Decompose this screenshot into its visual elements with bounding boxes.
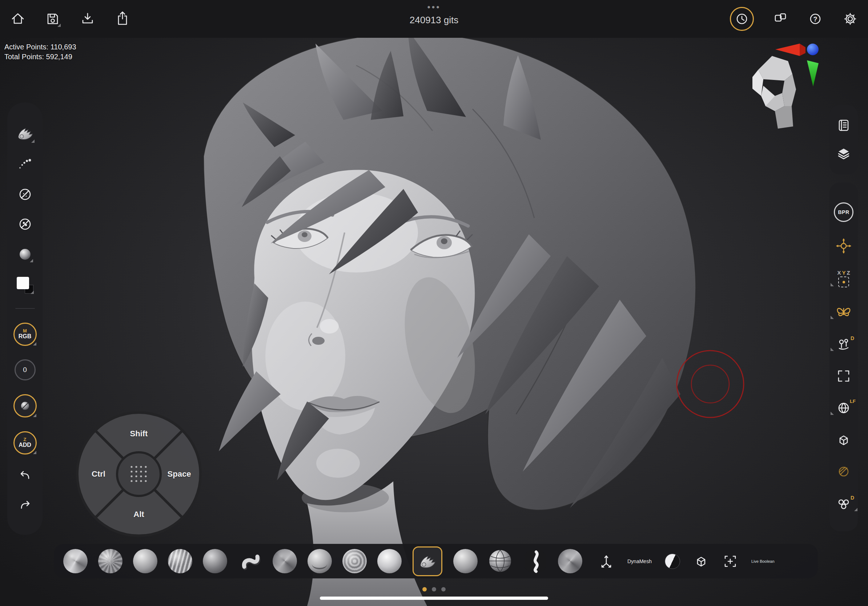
texture-button[interactable]	[17, 216, 33, 232]
solo-sphere-icon	[835, 464, 852, 479]
pie-label-space: Space	[167, 469, 191, 479]
home-indicator[interactable]	[320, 597, 548, 600]
x-axis-cone[interactable]	[775, 43, 800, 56]
current-brush-button[interactable]	[15, 124, 35, 143]
gizmo-button[interactable]	[829, 238, 858, 254]
top-bar-right: ?	[730, 7, 859, 31]
mirror-symmetry-button[interactable]	[829, 303, 858, 320]
brush-thumb[interactable]	[238, 549, 262, 573]
layers-button[interactable]	[829, 146, 858, 162]
page-dot-2[interactable]	[432, 587, 436, 592]
layout-icon	[772, 11, 788, 27]
live-boolean-button[interactable]: Live Boolean	[751, 559, 775, 563]
redo-icon	[17, 498, 33, 514]
home-button[interactable]	[9, 11, 26, 27]
brush-thumb[interactable]	[133, 549, 157, 573]
selection-frame-button[interactable]	[722, 553, 738, 569]
document-title: 240913 gits	[410, 14, 458, 26]
material-button[interactable]	[17, 246, 33, 263]
x-axis-cone-cap	[800, 43, 806, 56]
sculptris-pro-button[interactable]: D	[829, 336, 858, 352]
brush-thumb[interactable]	[307, 549, 332, 573]
sculpt-mode-z: Z	[23, 437, 26, 442]
undo-button[interactable]	[17, 468, 33, 484]
material-rgb-toggle[interactable]: M RGB	[14, 323, 37, 346]
page-dot-3[interactable]	[441, 587, 446, 592]
brush-thumb[interactable]	[377, 549, 401, 573]
brush-thumb[interactable]	[273, 549, 297, 573]
material-mode-rgb: RGB	[19, 333, 32, 340]
symmetry-axes-button[interactable]: X Y Z	[829, 270, 858, 288]
fullscreen-button[interactable]	[829, 368, 858, 384]
layers-icon	[835, 146, 852, 162]
top-bar: ••• 240913 gits ?	[0, 0, 868, 38]
brush-thumb[interactable]	[523, 549, 547, 573]
subtools-dynamic-badge: D	[851, 495, 854, 501]
symmetry-axes-labels: X Y Z	[837, 270, 850, 276]
dynamesh-button[interactable]: DynaMesh	[628, 558, 652, 564]
bpr-render-button[interactable]: BPR	[829, 203, 858, 222]
projection-button[interactable]	[665, 554, 680, 569]
axes-icon	[598, 553, 614, 569]
top-bar-left	[9, 11, 131, 27]
brush-thumb[interactable]	[168, 549, 192, 573]
curl-brush-icon	[238, 549, 262, 573]
paint-sphere-toggle[interactable]	[14, 394, 37, 417]
subtools-icon	[835, 496, 852, 512]
page-dot-1[interactable]	[422, 587, 427, 592]
workspace-layout-button[interactable]	[772, 11, 789, 27]
camera-head-preview[interactable]	[752, 56, 796, 128]
share-button[interactable]	[114, 11, 131, 27]
right-panel-top	[829, 105, 858, 175]
voxel-remesh-button[interactable]	[693, 553, 709, 569]
bpr-label: BPR	[838, 209, 849, 215]
solo-button[interactable]	[829, 464, 858, 479]
transpose-button[interactable]	[598, 553, 614, 569]
sculpt-mode-add: ADD	[19, 442, 31, 448]
brush-thumb[interactable]	[343, 549, 367, 573]
help-button[interactable]: ?	[807, 11, 824, 27]
app-window: ••• 240913 gits ?	[0, 0, 868, 606]
help-icon: ?	[807, 11, 823, 27]
color-swatch-button[interactable]	[16, 276, 34, 294]
subtools-button[interactable]: D	[829, 496, 858, 512]
zadd-toggle[interactable]: Z ADD	[14, 431, 37, 454]
shelf-page-dots	[0, 587, 868, 592]
brush-thumb[interactable]	[63, 549, 88, 573]
axis-y-label: Y	[842, 270, 845, 276]
pie-label-alt: Alt	[133, 510, 144, 519]
brush-thumb[interactable]	[98, 549, 122, 573]
rgb-intensity-button[interactable]: 0	[14, 359, 36, 380]
redo-button[interactable]	[17, 498, 33, 514]
brush-thumb[interactable]	[558, 549, 582, 573]
gizmo-crosshair-icon	[835, 238, 852, 254]
brush-thumb[interactable]	[488, 549, 513, 573]
window-dots[interactable]: •••	[410, 3, 458, 12]
brush-thumb[interactable]	[203, 549, 227, 573]
brush-thumb[interactable]	[453, 549, 477, 573]
pinch-brush-icon	[523, 549, 547, 573]
help-glyph: ?	[814, 15, 817, 23]
brush-thumb-selected[interactable]	[412, 546, 442, 576]
settings-button[interactable]	[842, 11, 859, 27]
pins-icon	[835, 336, 852, 352]
floor-grid-button[interactable]: LF	[829, 400, 858, 416]
import-button[interactable]	[79, 11, 96, 27]
live-boolean-label: Live Boolean	[751, 559, 775, 563]
save-button[interactable]	[44, 11, 61, 27]
y-axis-cone[interactable]	[807, 60, 818, 87]
alpha-button[interactable]	[17, 186, 33, 203]
history-icon	[734, 11, 750, 27]
history-button[interactable]	[730, 7, 754, 31]
document-header: ••• 240913 gits	[410, 3, 458, 26]
contrast-sphere-icon	[665, 554, 680, 569]
polyframe-button[interactable]	[829, 432, 858, 448]
brush-list	[63, 546, 582, 576]
primary-color	[17, 277, 29, 289]
floor-lf-badge: LF	[850, 399, 856, 404]
stroke-button[interactable]	[17, 156, 33, 173]
scene-journal-button[interactable]	[829, 117, 858, 133]
share-icon	[115, 11, 130, 27]
z-axis-sphere[interactable]	[807, 43, 818, 55]
pie-hub[interactable]	[117, 452, 161, 496]
